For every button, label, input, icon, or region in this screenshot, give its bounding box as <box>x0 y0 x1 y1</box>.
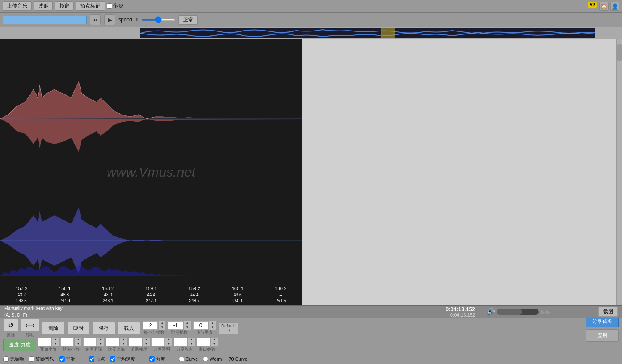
smooth-up[interactable]: ▲ <box>143 338 150 342</box>
beats-per-bar-down[interactable]: ▼ <box>159 325 165 330</box>
speed-label: speed <box>118 17 132 23</box>
skip-beats-up[interactable]: ▲ <box>184 321 191 325</box>
home-icon[interactable]: 🏠 <box>599 2 609 11</box>
beat-cell-4: 159-2 44.4 248.7 <box>173 285 216 304</box>
window-param-dn[interactable]: ▼ <box>211 342 218 346</box>
import-btn[interactable]: 载入 <box>118 322 140 335</box>
spectrum-btn[interactable]: 频谱 <box>55 1 74 11</box>
bar-avg-down[interactable]: ▼ <box>209 325 216 330</box>
speed-down-input[interactable] <box>83 338 97 346</box>
smooth-dn[interactable]: ▼ <box>143 342 150 346</box>
monitor-cb[interactable] <box>29 356 34 362</box>
beat-cb[interactable] <box>89 356 94 362</box>
avg-speed-cb[interactable] <box>110 356 115 362</box>
speed-down-spinner: ▲ ▼ <box>83 338 104 346</box>
beats-per-bar-input[interactable] <box>143 321 158 330</box>
force-smooth-up[interactable]: ▲ <box>165 338 172 342</box>
force-cb[interactable] <box>149 356 155 362</box>
bar-avg-spinner: ▲ ▼ <box>193 321 216 330</box>
window-param-input[interactable] <box>197 338 210 346</box>
default-label: Default: <box>221 324 236 328</box>
reset-speed-btn[interactable]: 正常 <box>178 15 198 25</box>
bar-avg-input[interactable] <box>193 321 208 330</box>
window-param-up[interactable]: ▲ <box>211 338 218 342</box>
beats-per-bar-up[interactable]: ▲ <box>159 321 165 325</box>
bar-avg-up[interactable]: ▲ <box>209 321 216 325</box>
skip-beats-label: 跳起拍数 <box>171 330 188 335</box>
beat-mark-btn[interactable]: 拍点标记 <box>76 1 105 11</box>
force-smooth-input[interactable] <box>151 338 165 346</box>
bottom-toolbar: ↺ 擦除 ⟺ 移动 删除 吸附 保存 载入 ▲ ▼ 每小节拍数 <box>0 318 622 364</box>
smooth-input[interactable] <box>129 338 142 346</box>
start-bar-spinner: ▲ ▼ <box>38 338 59 346</box>
move-btn[interactable]: ⟺ <box>21 319 39 332</box>
volume-control: 🔊 ▶▶ <box>487 308 551 316</box>
rewind-btn[interactable]: ⏮ <box>90 14 101 25</box>
end-bar-arrows: ▲ ▼ <box>75 338 81 346</box>
force-item: 力度 <box>149 356 165 362</box>
start-bar-label: 开始小节 <box>40 346 57 352</box>
apply-btn[interactable]: 应用 <box>586 329 619 342</box>
overview-wave[interactable] <box>140 28 595 38</box>
play-btn[interactable]: ▶ <box>104 14 115 25</box>
move-label: 移动 <box>26 332 34 338</box>
flat-cb[interactable] <box>59 356 65 362</box>
right-scrollbar[interactable] <box>616 39 622 305</box>
end-bar-up[interactable]: ▲ <box>75 338 81 342</box>
volume-fill <box>497 309 522 315</box>
waveform-overview <box>0 27 622 39</box>
end-bar-input[interactable] <box>60 338 74 346</box>
worm-radio[interactable] <box>203 356 208 362</box>
speed-down-up[interactable]: ▲ <box>97 338 104 342</box>
speed-down-dn[interactable]: ▼ <box>97 342 104 346</box>
end-bar-spinner: ▲ ▼ <box>60 338 81 346</box>
speed-slider[interactable] <box>142 19 175 21</box>
delete-btn[interactable]: 删除 <box>42 322 65 335</box>
speed-value: 1 <box>136 17 139 23</box>
top-toolbar: 上传音乐 波形 频谱 拍点标记 翻炎 V2 🏠 👤 <box>0 0 622 13</box>
erase-label: 擦除 <box>7 332 15 338</box>
smooth-label: 缩乘粗糙 <box>131 346 147 352</box>
force-zoom-label: 力度放大 <box>176 346 193 352</box>
volume-slider[interactable] <box>497 309 539 315</box>
force-smooth-dn[interactable]: ▼ <box>165 342 172 346</box>
force-zoom-up[interactable]: ▲ <box>188 338 195 342</box>
divider-3 <box>172 355 172 363</box>
speed-up-input[interactable] <box>106 338 119 346</box>
status-bar: Manually mark beat with key (A, S, D, F)… <box>0 305 622 318</box>
smooth-group: ▲ ▼ 缩乘粗糙 <box>129 338 150 352</box>
bottom-row3: 无噪噪 监跳音乐 平滑 拍点 平均速度 力度 Curve <box>3 353 619 364</box>
upload-music-btn[interactable]: 上传音乐 <box>3 1 32 11</box>
smooth-spinner: ▲ ▼ <box>129 338 150 346</box>
svg-rect-0 <box>140 28 595 38</box>
speed-up-dn[interactable]: ▼ <box>120 342 127 346</box>
erase-btn[interactable]: ↺ <box>3 319 18 332</box>
force-zoom-dn[interactable]: ▼ <box>188 342 195 346</box>
waveform-btn[interactable]: 波形 <box>34 1 53 11</box>
save-btn[interactable]: 保存 <box>92 322 115 335</box>
view-btn[interactable]: 载图 <box>598 307 618 317</box>
start-bar-down[interactable]: ▼ <box>52 342 59 346</box>
worm-label: Worm <box>210 356 222 361</box>
start-bar-group: ▲ ▼ 开始小节 <box>38 338 59 352</box>
scrollbar-thumb <box>617 44 622 61</box>
skip-beats-input[interactable] <box>168 321 183 330</box>
start-bar-input[interactable] <box>38 338 51 346</box>
filename-input[interactable]: 朔阳尔 (2) 00_00_03- <box>3 16 87 24</box>
user-icon[interactable]: 👤 <box>610 2 619 11</box>
end-bar-down[interactable]: ▼ <box>75 342 81 346</box>
curve-radio[interactable] <box>179 356 184 362</box>
force-zoom-input[interactable] <box>174 338 187 346</box>
absorb-btn[interactable]: 吸附 <box>67 322 90 335</box>
right-action-btns: 分享截图 应用 <box>586 315 619 342</box>
no-noise-cb[interactable] <box>3 356 9 362</box>
waveform-panel[interactable]: www.Vmus.net 157-2 43.2 243.5 158-1 48.8… <box>0 39 302 305</box>
skip-beats-down[interactable]: ▼ <box>184 325 191 330</box>
beats-per-bar-arrows: ▲ ▼ <box>159 321 165 330</box>
window-param-label: 窗口参数 <box>199 346 215 352</box>
start-bar-up[interactable]: ▲ <box>52 338 59 342</box>
bar-avg-group: ▲ ▼ 小节平参 <box>193 321 216 335</box>
translate-checkbox[interactable] <box>107 3 112 9</box>
speed-up-up[interactable]: ▲ <box>120 338 127 342</box>
speed-force-btn[interactable]: 速度-力度 <box>3 339 36 351</box>
